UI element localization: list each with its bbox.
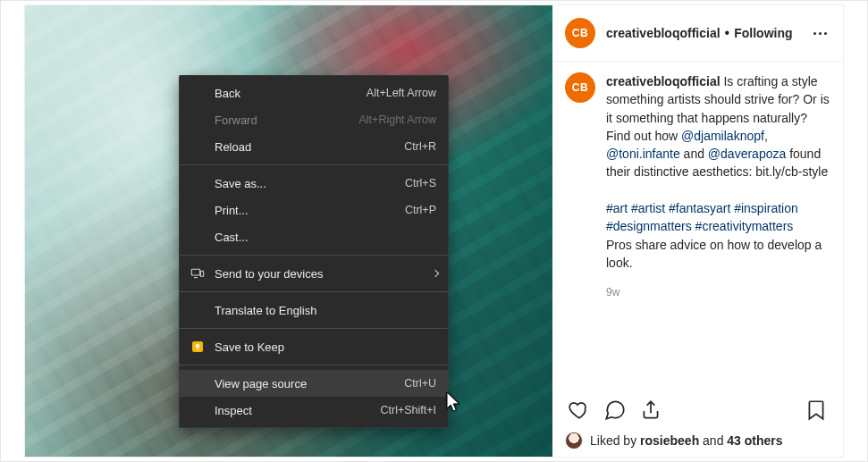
context-menu-label: Print... (215, 204, 391, 217)
heart-icon (568, 399, 591, 422)
context-menu-item-keep[interactable]: Save to Keep (179, 333, 449, 360)
context-menu-shortcut: Ctrl+P (405, 204, 436, 216)
liker-avatar (565, 432, 583, 449)
context-menu-item-save-as[interactable]: Save as...Ctrl+S (179, 170, 449, 197)
like-button[interactable] (561, 392, 597, 428)
likes-others[interactable]: 43 others (727, 433, 782, 448)
context-menu-item-cast[interactable]: Cast... (179, 223, 449, 250)
follow-toggle[interactable]: Following (734, 26, 792, 40)
liker-username[interactable]: rosiebeeh (640, 433, 699, 448)
svg-rect-1 (200, 271, 203, 276)
action-bar (552, 385, 843, 432)
more-options-button[interactable] (808, 27, 832, 40)
app-frame: CB creativebloqofficial • Following CB c… (0, 0, 868, 462)
context-menu-item-back[interactable]: BackAlt+Left Arrow (179, 80, 449, 106)
mention-link[interactable]: @djamilaknopf (681, 129, 764, 143)
caption-text: creativebloqofficial Is crafting a style… (606, 72, 830, 272)
comment-icon (603, 399, 627, 422)
likes-row[interactable]: Liked by rosiebeeh and 43 others (552, 432, 843, 457)
context-menu-label: Reload (215, 140, 390, 154)
caption-segment: , (764, 129, 768, 143)
caption-row: CB creativebloqofficial Is crafting a st… (565, 72, 830, 272)
comment-button[interactable] (597, 392, 633, 428)
share-button[interactable] (633, 392, 669, 428)
hashtag-link[interactable]: #art (606, 201, 628, 215)
context-menu-separator (179, 291, 449, 292)
context-menu-label: Send to your devices (215, 267, 436, 281)
share-icon (639, 399, 662, 422)
context-menu-label: Save to Keep (215, 340, 436, 354)
devices-icon (190, 265, 206, 281)
caption-username[interactable]: creativebloqofficial (606, 74, 721, 88)
caption-segment: Pros share advice on how to develop a lo… (606, 238, 822, 270)
context-menu-label: Save as... (215, 177, 391, 190)
dot-icon (824, 32, 827, 35)
avatar[interactable]: CB (565, 18, 595, 48)
context-menu-label: Inspect (215, 404, 366, 417)
hashtag-link[interactable]: #inspiration (734, 201, 798, 215)
context-menu[interactable]: BackAlt+Left ArrowForwardAlt+Right Arrow… (179, 75, 449, 428)
hashtag-group: #art #artist #fantasyart #inspiration #d… (606, 201, 798, 233)
context-menu-shortcut: Alt+Right Arrow (359, 113, 437, 126)
context-menu-label: View page source (215, 377, 390, 391)
context-menu-label: Cast... (215, 231, 436, 244)
hashtag-link[interactable]: #fantasyart (669, 201, 730, 215)
context-menu-separator (179, 365, 449, 365)
context-menu-separator (179, 328, 449, 329)
context-menu-shortcut: Ctrl+S (405, 177, 436, 189)
separator-dot: • (725, 25, 730, 41)
context-menu-label: Back (215, 87, 352, 100)
mention-link[interactable]: @toni.infante (606, 147, 680, 161)
context-menu-separator (179, 255, 449, 256)
save-button[interactable] (798, 392, 834, 428)
dot-icon (819, 32, 822, 35)
username-link[interactable]: creativebloqofficial (606, 26, 721, 40)
context-menu-item-translate[interactable]: Translate to English (179, 297, 449, 323)
bookmark-icon (805, 399, 828, 422)
context-menu-shortcut: Ctrl+U (404, 377, 436, 390)
context-menu-shortcut: Ctrl+Shift+I (380, 404, 436, 416)
svg-rect-0 (191, 269, 199, 275)
context-menu-shortcut: Alt+Left Arrow (367, 87, 436, 99)
likes-mid: and (699, 433, 727, 448)
hashtag-link[interactable]: #designmatters (606, 219, 692, 233)
mention-link[interactable]: @daverapoza (708, 147, 786, 161)
context-menu-item-view-source[interactable]: View page sourceCtrl+U (179, 370, 449, 397)
context-menu-label: Forward (215, 113, 345, 127)
context-menu-label: Translate to English (215, 304, 436, 317)
caption-segment: and (680, 147, 708, 161)
hashtag-link[interactable]: #creativitymatters (695, 219, 794, 233)
context-menu-separator (179, 164, 449, 165)
keep-icon (190, 339, 206, 355)
context-menu-item-reload[interactable]: ReloadCtrl+R (179, 133, 449, 160)
likes-prefix: Liked by (590, 433, 640, 448)
dot-icon (813, 32, 816, 35)
context-menu-item-send-devices[interactable]: Send to your devices (179, 260, 449, 287)
context-menu-item-inspect[interactable]: InspectCtrl+Shift+I (179, 397, 449, 424)
post-timestamp[interactable]: 9w (606, 286, 830, 298)
post-sidebar: CB creativebloqofficial • Following CB c… (552, 5, 843, 457)
context-menu-shortcut: Ctrl+R (404, 140, 436, 153)
post-header: CB creativebloqofficial • Following (552, 5, 843, 61)
avatar[interactable]: CB (565, 72, 595, 103)
hashtag-link[interactable]: #artist (631, 201, 665, 215)
likes-text: Liked by rosiebeeh and 43 others (590, 433, 783, 448)
context-menu-item-print[interactable]: Print...Ctrl+P (179, 197, 449, 223)
caption-area: CB creativebloqofficial Is crafting a st… (552, 62, 843, 385)
context-menu-item-forward: ForwardAlt+Right Arrow (179, 106, 449, 133)
